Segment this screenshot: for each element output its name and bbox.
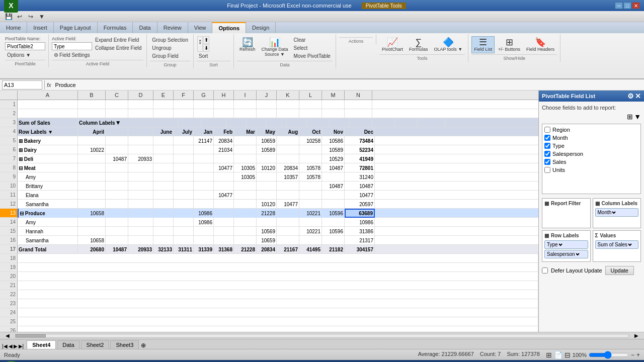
cell-a2[interactable] [18, 109, 78, 118]
cell-e2[interactable] [153, 109, 174, 118]
field-list-view-arrow[interactable]: ▼ [634, 113, 641, 121]
cell-m8[interactable]: 10487 [322, 163, 345, 172]
cell-h9[interactable] [214, 172, 234, 182]
scroll-left-btn[interactable]: ◀ [0, 333, 15, 338]
minimize-button[interactable]: ─ [615, 2, 623, 9]
cell-e4[interactable]: June [153, 127, 174, 136]
cell-j10[interactable] [257, 182, 277, 191]
col-header-a[interactable]: A [18, 90, 78, 100]
cell-j11[interactable] [257, 191, 277, 200]
sort-az-icon[interactable]: ↕ [197, 36, 203, 52]
cell-h12[interactable] [214, 200, 234, 209]
cell-b8[interactable] [78, 163, 106, 172]
field-list-button[interactable]: ☰ Field List [471, 36, 495, 53]
cell-h4[interactable]: Feb [214, 127, 234, 136]
cell-a13[interactable]: ⊟ Produce [18, 209, 78, 218]
cell-n14[interactable]: 10986 [345, 218, 375, 227]
cell-j17[interactable]: 20834 [257, 245, 277, 254]
horizontal-scrollbar[interactable]: ◀ ▶ [0, 332, 644, 339]
cell-i8[interactable]: 10305 [234, 163, 257, 172]
scroll-track[interactable] [15, 334, 629, 338]
cell-i7[interactable] [234, 154, 257, 163]
cell-h3[interactable] [287, 118, 307, 127]
cell-h7[interactable] [214, 154, 234, 163]
cell-c10[interactable] [106, 182, 128, 191]
cell-c1[interactable] [106, 100, 128, 109]
cell-l3[interactable] [372, 118, 395, 127]
page-break-icon[interactable]: ⊟ [565, 351, 571, 359]
col-header-g[interactable]: G [194, 90, 214, 100]
cell-i1[interactable] [234, 100, 257, 109]
cell-d8[interactable] [128, 163, 153, 172]
cell-k8[interactable]: 20834 [277, 163, 299, 172]
title-bar-controls[interactable]: ─ □ ✕ [615, 2, 640, 9]
sheet-nav-prev[interactable]: ◀ [9, 343, 13, 349]
cell-g1[interactable] [194, 100, 214, 109]
undo-quick-btn[interactable]: ↩ [15, 12, 24, 21]
cell-f14[interactable] [174, 218, 194, 227]
cell-i3[interactable] [307, 118, 330, 127]
field-checkbox-month[interactable] [544, 135, 550, 141]
cell-a5[interactable]: ⊞ Bakery [18, 136, 78, 145]
cell-n10[interactable]: 10487 [345, 182, 375, 191]
cell-a16[interactable]: Samantha [18, 236, 78, 245]
col-header-l[interactable]: L [299, 90, 322, 100]
cell-k16[interactable] [277, 236, 299, 245]
sheet-tab-data[interactable]: Data [57, 340, 79, 349]
zoom-slider[interactable] [589, 353, 629, 357]
sheet-nav-left[interactable]: |◀ [2, 343, 8, 349]
cell-h1[interactable] [214, 100, 234, 109]
cell-b14[interactable] [78, 218, 106, 227]
cell-d1[interactable] [128, 100, 153, 109]
field-checkbox-region[interactable] [544, 127, 550, 133]
cell-m12[interactable] [322, 200, 345, 209]
cell-d5[interactable] [128, 136, 153, 145]
cell-j12[interactable]: 10120 [257, 200, 277, 209]
cell-g10[interactable] [194, 182, 214, 191]
cell-h5[interactable]: 20834 [214, 136, 234, 145]
cell-a9[interactable]: Amy [18, 172, 78, 182]
tab-design[interactable]: Design [246, 22, 276, 33]
cell-k10[interactable] [277, 182, 299, 191]
pivottable-name-input[interactable] [5, 42, 45, 50]
tab-home[interactable]: Home [0, 22, 27, 33]
cell-n11[interactable]: 10477 [345, 191, 375, 200]
change-data-source-button[interactable]: 📊 Change Data Source ▼ [259, 36, 291, 60]
cell-j3[interactable] [330, 118, 350, 127]
cell-g17[interactable]: 31339 [194, 245, 214, 254]
tab-formulas[interactable]: Formulas [98, 22, 133, 33]
cell-i14[interactable] [234, 218, 257, 227]
active-field-input[interactable] [52, 42, 92, 50]
col-header-i[interactable]: I [234, 90, 257, 100]
cell-j8[interactable]: 10120 [257, 163, 277, 172]
col-header-h[interactable]: H [214, 90, 234, 100]
cell-l9[interactable]: 10578 [299, 172, 322, 182]
cell-h17[interactable]: 31368 [214, 245, 234, 254]
col-header-b[interactable]: B [78, 90, 106, 100]
cell-i17[interactable]: 21228 [234, 245, 257, 254]
cell-k14[interactable] [277, 218, 299, 227]
plus-buttons-button[interactable]: ⊞ +/- Buttons [496, 36, 523, 53]
cell-e1[interactable] [153, 100, 174, 109]
cell-d14[interactable] [128, 218, 153, 227]
sheet-tab-sheet4[interactable]: Sheet4 [27, 340, 56, 349]
close-button[interactable]: ✕ [632, 2, 640, 9]
cell-f3[interactable] [247, 118, 267, 127]
cell-b9[interactable] [78, 172, 106, 182]
collapse-entire-field-button[interactable]: Collapse Entire Field [93, 44, 143, 52]
cell-h13[interactable] [214, 209, 234, 218]
group-field-button[interactable]: Group Field [150, 52, 190, 60]
move-pivottable-button[interactable]: Move PivotTable [292, 52, 333, 60]
cell-m5[interactable]: 10586 [322, 136, 345, 145]
cell-g7[interactable] [194, 154, 214, 163]
field-list-options-icon[interactable]: ⚙ [627, 92, 634, 100]
cell-i16[interactable] [234, 236, 257, 245]
cell-n5[interactable]: 73484 [345, 136, 375, 145]
cell-g2[interactable] [194, 109, 214, 118]
expand-entire-field-button[interactable]: Expand Entire Field [93, 36, 143, 44]
cell-e10[interactable] [153, 182, 174, 191]
cell-g5[interactable]: 21147 [194, 136, 214, 145]
cell-b6[interactable]: 10022 [78, 145, 106, 154]
cell-a15[interactable]: Hannah [18, 227, 78, 236]
cell-m2[interactable] [322, 109, 345, 118]
